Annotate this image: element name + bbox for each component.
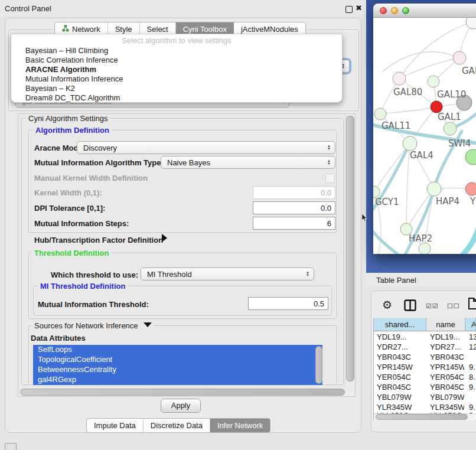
network-node-bottom[interactable]	[419, 243, 431, 254]
list-item[interactable]: gal4RGexp	[33, 375, 322, 385]
table-cell[interactable]: 13	[469, 332, 476, 341]
column-header-name[interactable]: name	[426, 318, 465, 331]
table-row[interactable]: YPR145W	[377, 363, 424, 371]
tab-impute-data[interactable]: Impute Data	[87, 419, 144, 432]
split-columns-icon[interactable]	[404, 299, 416, 311]
table-cell[interactable]: YLR345W	[430, 403, 464, 412]
deselect-all-checks-icon[interactable]: ☐☐	[447, 302, 460, 310]
table-row[interactable]: YDR27...	[377, 343, 424, 351]
network-node-gal80[interactable]	[393, 72, 406, 85]
column-header-col3[interactable]: A	[465, 318, 476, 331]
manual-kernel-checkbox[interactable]	[325, 174, 335, 183]
table-cell[interactable]: 12	[469, 343, 476, 351]
table-cell[interactable]: 8.	[469, 373, 476, 381]
table-row[interactable]: YDL19...	[377, 332, 424, 341]
table-hscrollbar-thumb[interactable]	[376, 414, 468, 420]
algorithm-option[interactable]: Bayesian – Hill Climbing	[15, 46, 338, 56]
network-canvas[interactable]: GAL GAL80 GAL10 GAL1 GAL11 SWI4 GAL4 GCY…	[373, 18, 476, 254]
svg-text:GAL4: GAL4	[410, 150, 433, 161]
aracne-mode-combo[interactable]: Discovery ▲▼	[77, 141, 335, 154]
table-cell[interactable]: YBR043C	[430, 353, 464, 361]
file-icon[interactable]	[468, 297, 476, 310]
dock-grip-icon[interactable]	[5, 443, 17, 450]
which-threshold-label: Which threshold to use:	[51, 270, 138, 279]
list-item[interactable]: BetweennessCentrality	[33, 365, 322, 375]
table-row[interactable]: YER054C	[377, 373, 424, 381]
mi-steps-field[interactable]: 6	[253, 217, 335, 230]
float-icon[interactable]	[345, 6, 353, 13]
network-window-titlebar[interactable]	[373, 4, 476, 18]
minimize-traffic-icon[interactable]	[391, 7, 398, 14]
network-node-gcy1[interactable]	[373, 186, 380, 198]
table-row[interactable]: YBL079W	[377, 393, 424, 402]
algorithm-option[interactable]: Mutual Information Inference	[15, 74, 338, 84]
network-node-gal11[interactable]	[374, 108, 386, 120]
network-node-gal4[interactable]	[403, 136, 417, 151]
combo-arrows-icon: ▲▼	[324, 145, 335, 151]
network-node-y[interactable]	[465, 182, 476, 195]
close-icon[interactable]: ✖	[356, 4, 362, 12]
close-traffic-icon[interactable]	[380, 7, 387, 14]
apply-button[interactable]: Apply	[161, 399, 201, 413]
control-panel: Control Panel ✖ Network Style Select Cyn…	[0, 0, 366, 450]
table-cell[interactable]: 9.	[469, 383, 476, 392]
table-cell[interactable]: 9.	[469, 403, 476, 412]
network-node-hap4[interactable]	[427, 182, 441, 196]
tab-jactivemnodules-label: jActiveMNodules	[241, 25, 298, 34]
table-cell[interactable]: YER054C	[430, 373, 464, 381]
mi-type-combo[interactable]: Naive Bayes ▲▼	[161, 156, 335, 169]
network-node[interactable]	[466, 18, 476, 29]
svg-text:GAL1: GAL1	[438, 112, 461, 122]
algorithm-option[interactable]: Basic Correlation Inference	[15, 56, 338, 65]
tab-select-label: Select	[147, 25, 168, 34]
table-row[interactable]: YLR345W	[377, 403, 424, 412]
tab-infer-network[interactable]: Infer Network	[210, 419, 270, 432]
mouse-cursor	[361, 214, 367, 222]
algorithm-option[interactable]: Dream8 DC_TDC Algorithm	[15, 93, 338, 103]
table-cell[interactable]: YPR145W	[430, 363, 464, 371]
column-header-shared[interactable]: shared...	[374, 318, 426, 331]
table-row[interactable]: YBR043C	[377, 353, 424, 361]
table-cell[interactable]: YDR27...	[430, 343, 464, 351]
list-item[interactable]: SelfLoops	[33, 345, 322, 355]
table-cell[interactable]: YDL19...	[430, 332, 464, 341]
dpi-tolerance-field[interactable]: 0.0	[253, 201, 335, 214]
control-panel-title: Control Panel	[5, 4, 51, 13]
mi-type-label: Mutual Information Algorithm Type:	[34, 158, 164, 167]
tab-infer-network-label: Infer Network	[217, 421, 263, 430]
control-panel-titlebar: Control Panel ✖	[0, 0, 366, 17]
collapse-down-icon	[144, 322, 152, 327]
tab-style-label: Style	[115, 25, 132, 34]
svg-text:GAL: GAL	[462, 66, 476, 76]
zoom-traffic-icon[interactable]	[402, 7, 409, 14]
horizontal-scrollbar-thumb[interactable]	[20, 389, 345, 396]
network-node-gal[interactable]	[453, 51, 466, 64]
algorithm-option[interactable]: Bayesian – K2	[15, 84, 338, 93]
sources-title[interactable]: Sources for Network Inference	[32, 321, 154, 330]
tab-discretize-data[interactable]: Discretize Data	[144, 419, 210, 432]
expand-right-icon[interactable]	[162, 234, 167, 242]
network-node-green[interactable]	[465, 149, 476, 165]
table-row[interactable]: YBR045C	[377, 383, 424, 392]
combo-arrows-icon: ▲▼	[303, 271, 314, 277]
hub-definition-label[interactable]: Hub/Transcription Factor Definition	[34, 236, 163, 244]
which-threshold-combo[interactable]: MI Threshold ▲▼	[141, 268, 314, 281]
network-edge-accent	[461, 224, 476, 254]
gear-icon[interactable]: ⚙	[382, 298, 392, 312]
list-scrollbar[interactable]	[315, 346, 322, 384]
list-item[interactable]: TopologicalCoefficient	[33, 355, 322, 365]
network-node-gal1[interactable]	[431, 101, 442, 113]
network-node-gal10[interactable]	[428, 76, 439, 87]
data-attributes-label: Data Attributes	[31, 334, 86, 343]
mi-threshold-field[interactable]: 0.5	[248, 297, 328, 310]
network-node-swi4[interactable]	[444, 122, 457, 135]
table-cell[interactable]: YBR045C	[430, 383, 464, 392]
table-cell[interactable]: 9.	[469, 363, 476, 371]
table-cell[interactable]: YBL079W	[430, 393, 464, 402]
data-attributes-list[interactable]: SelfLoops TopologicalCoefficient Between…	[33, 345, 322, 385]
select-all-checks-icon[interactable]: ☑☑	[426, 302, 439, 310]
kernel-width-field[interactable]: 0.0	[253, 186, 335, 199]
svg-text:Y: Y	[470, 196, 476, 207]
algorithm-option-selected[interactable]: ARACNE Algorithm	[15, 65, 338, 74]
vertical-scrollbar-thumb[interactable]	[346, 116, 354, 381]
